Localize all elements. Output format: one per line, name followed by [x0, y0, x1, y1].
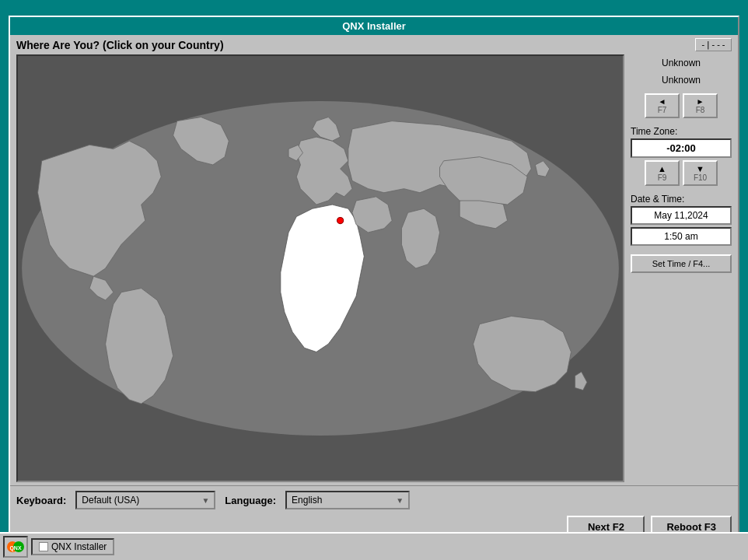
minimize-button[interactable]: -|---	[695, 38, 732, 51]
f9-button[interactable]: ▲ F9	[645, 160, 680, 186]
language-value: English	[292, 495, 322, 506]
date-display: May 11,2024	[631, 206, 732, 225]
f8-label: F8	[696, 106, 705, 114]
keyboard-language-row: Keyboard: Default (USA) ▼ Language: Engl…	[16, 491, 732, 509]
language-dropdown-arrow-icon: ▼	[396, 496, 404, 505]
language-dropdown[interactable]: English ▼	[285, 491, 410, 509]
time-display: 1:50 am	[631, 227, 732, 246]
f8-arrow-icon: ►	[697, 97, 704, 106]
map-container[interactable]	[16, 54, 624, 482]
taskbar: QNX QNX Installer	[0, 532, 748, 560]
keyboard-dropdown-arrow-icon: ▼	[201, 496, 209, 505]
question-label: Where Are You? (Click on your Country)	[16, 39, 224, 51]
window-controls: Where Are You? (Click on your Country) -…	[10, 35, 738, 54]
window-title: QNX Installer	[342, 20, 406, 32]
right-panel: Unknown Unknown ◄ F7 ► F8 Time Zone: -02…	[631, 54, 732, 482]
world-map[interactable]	[18, 56, 623, 481]
svg-point-1	[337, 217, 343, 223]
keyboard-value: Default (USA)	[82, 495, 139, 506]
f7-arrow-icon: ◄	[659, 97, 666, 106]
timezone-display: -02:00	[631, 138, 732, 158]
set-time-button[interactable]: Set Time / F4...	[631, 254, 732, 273]
title-bar: QNX Installer	[10, 17, 738, 35]
svg-text:QNX: QNX	[9, 545, 22, 551]
keyboard-label: Keyboard:	[16, 495, 66, 506]
taskbar-item[interactable]: QNX Installer	[31, 538, 114, 555]
taskbar-logo: QNX	[3, 536, 28, 558]
language-label: Language:	[225, 495, 276, 506]
timezone-section-label: Time Zone:	[631, 126, 732, 137]
tz-nav-row: ▲ F9 ▼ F10	[631, 160, 732, 186]
date-time-section: Date & Time: May 11,2024 1:50 am	[631, 194, 732, 248]
f7-button[interactable]: ◄ F7	[645, 93, 680, 118]
main-window: QNX Installer Where Are You? (Click on y…	[9, 16, 739, 544]
content-area: Unknown Unknown ◄ F7 ► F8 Time Zone: -02…	[10, 54, 738, 485]
keyboard-dropdown[interactable]: Default (USA) ▼	[75, 491, 215, 509]
country-line1: Unknown	[631, 56, 732, 70]
timezone-section: Time Zone: -02:00 ▲ F9 ▼ F10	[631, 126, 732, 186]
f9-arrow-icon: ▲	[658, 164, 666, 173]
taskbar-checkbox-icon	[39, 542, 48, 551]
f9-label: F9	[658, 173, 667, 182]
datetime-section-label: Date & Time:	[631, 194, 732, 205]
f10-label: F10	[694, 173, 707, 182]
nav-buttons-row: ◄ F7 ► F8	[631, 93, 732, 118]
f7-label: F7	[658, 106, 667, 114]
f10-arrow-icon: ▼	[696, 164, 704, 173]
taskbar-item-label: QNX Installer	[51, 541, 107, 552]
f10-button[interactable]: ▼ F10	[683, 160, 718, 186]
country-line2: Unknown	[631, 73, 732, 87]
f8-button[interactable]: ► F8	[683, 93, 718, 118]
